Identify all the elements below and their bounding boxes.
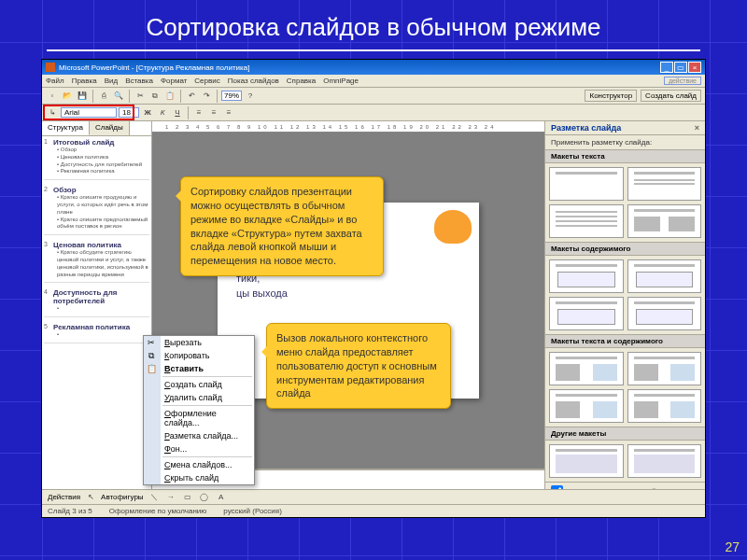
layout-thumbnail[interactable] bbox=[549, 352, 624, 385]
arrow-shape-icon[interactable]: → bbox=[164, 491, 177, 504]
taskpane-title: Разметка слайда bbox=[551, 123, 621, 133]
menu-file[interactable]: Файл bbox=[46, 77, 64, 85]
menu-format[interactable]: Формат bbox=[161, 77, 187, 85]
layout-thumbnail[interactable] bbox=[627, 259, 702, 293]
horizontal-ruler: 1 2 3 4 5 6 7 8 9 10 11 12 13 14 15 16 1… bbox=[152, 121, 544, 133]
window-title: Microsoft PowerPoint - [Структура Реклам… bbox=[59, 63, 249, 72]
context-menu-item[interactable]: ⧉Копировать bbox=[144, 349, 254, 362]
section-other-layouts: Другие макеты bbox=[545, 427, 705, 441]
drawing-toolbar: Действия ↖ Автофигуры ＼ → ▭ ◯ A bbox=[42, 489, 705, 504]
outline-item[interactable]: 5Рекламная политика• bbox=[44, 323, 149, 343]
menu-bar: Файл Правка Вид Вставка Формат Сервис По… bbox=[42, 75, 705, 88]
powerpoint-screenshot: Microsoft PowerPoint - [Структура Реклам… bbox=[41, 59, 706, 518]
status-bar: Слайд 3 из 5 Оформление по умолчанию рус… bbox=[42, 504, 705, 517]
formatting-toolbar: ↳ Arial 18 Ж К Ч ≡ ≡ ≡ bbox=[42, 105, 705, 121]
new-icon[interactable]: ▫ bbox=[46, 90, 59, 103]
pointer-icon[interactable]: ↖ bbox=[84, 491, 97, 504]
save-icon[interactable]: 💾 bbox=[76, 90, 89, 103]
outline-item[interactable]: 1Итоговый слайд• Обзор• Ценовая политика… bbox=[44, 138, 149, 180]
tab-structure[interactable]: Структура bbox=[42, 121, 90, 135]
callout-context-menu: Вызов локального контекстного меню слайд… bbox=[266, 323, 451, 409]
undo-icon[interactable]: ↶ bbox=[185, 90, 198, 103]
layout-thumbnail[interactable] bbox=[549, 389, 624, 423]
slide-title: Сортировка слайдов в обычном режиме bbox=[0, 0, 747, 48]
layout-thumbnail[interactable] bbox=[627, 167, 702, 201]
menu-insert[interactable]: Вставка bbox=[125, 77, 153, 85]
task-pane: Разметка слайда× Применить разметку слай… bbox=[544, 121, 705, 489]
outline-item[interactable]: 3Ценовая политика• Кратко обсудите страт… bbox=[44, 241, 149, 283]
rect-icon[interactable]: ▭ bbox=[181, 491, 194, 504]
layout-thumbnail[interactable] bbox=[627, 389, 702, 423]
oval-icon[interactable]: ◯ bbox=[198, 491, 211, 504]
minimize-button[interactable]: _ bbox=[660, 62, 673, 73]
menu-tools[interactable]: Сервис bbox=[194, 77, 219, 85]
copy-icon[interactable]: ⧉ bbox=[148, 90, 162, 103]
layout-thumbnail[interactable] bbox=[627, 444, 702, 478]
outline-pane: Структура Слайды 1Итоговый слайд• Обзор•… bbox=[42, 121, 152, 489]
context-menu-item[interactable]: 📋Вставить bbox=[144, 362, 254, 375]
underline-icon[interactable]: Ч bbox=[171, 106, 184, 119]
powerpoint-icon bbox=[46, 63, 55, 72]
preview-icon[interactable]: 🔍 bbox=[112, 90, 125, 103]
align-right-icon[interactable]: ≡ bbox=[222, 106, 235, 119]
taskpane-close-icon[interactable]: × bbox=[695, 123, 699, 133]
open-icon[interactable]: 📂 bbox=[61, 90, 74, 103]
window-titlebar[interactable]: Microsoft PowerPoint - [Структура Реклам… bbox=[42, 60, 705, 75]
context-menu-item[interactable]: Фон... bbox=[144, 442, 254, 455]
outline-item[interactable]: 2Обзор• Кратко опишите продукцию и услуг… bbox=[44, 186, 149, 235]
layout-thumbnail[interactable] bbox=[549, 444, 624, 478]
context-menu-item[interactable]: Оформление слайда... bbox=[144, 407, 254, 429]
context-menu-item[interactable]: Смена слайдов... bbox=[144, 458, 254, 471]
tab-slides[interactable]: Слайды bbox=[90, 121, 130, 135]
layout-thumbnail[interactable] bbox=[549, 297, 624, 330]
cut-icon[interactable]: ✂ bbox=[134, 90, 147, 103]
layout-thumbnail[interactable] bbox=[549, 259, 624, 293]
menu-help[interactable]: Справка bbox=[287, 77, 316, 85]
new-slide-button[interactable]: Создать слайд bbox=[641, 90, 701, 102]
layout-thumbnail[interactable] bbox=[627, 297, 702, 330]
layout-thumbnail[interactable] bbox=[549, 204, 624, 238]
context-menu-item[interactable]: Скрыть слайд bbox=[144, 471, 254, 484]
print-icon[interactable]: ⎙ bbox=[97, 90, 110, 103]
italic-icon[interactable]: К bbox=[156, 106, 169, 119]
section-content-layouts: Макеты содержимого bbox=[545, 242, 705, 256]
textbox-icon[interactable]: A bbox=[215, 491, 228, 504]
layout-thumbnail[interactable] bbox=[549, 167, 624, 201]
help-search-box[interactable]: действие bbox=[664, 77, 701, 85]
section-text-content-layouts: Макеты текста и содержимого bbox=[545, 334, 705, 348]
context-menu-item[interactable]: ✂Вырезать bbox=[144, 336, 254, 349]
highlight-tabs-box bbox=[43, 105, 134, 120]
section-text-layouts: Макеты текста bbox=[545, 149, 705, 163]
taskpane-apply-label: Применить разметку слайда: bbox=[545, 135, 705, 149]
layout-thumbnail[interactable] bbox=[627, 204, 702, 238]
context-menu-item[interactable]: Создать слайд bbox=[144, 378, 254, 391]
slide-context-menu: ✂Вырезать⧉Копировать📋ВставитьСоздать сла… bbox=[143, 335, 255, 485]
cat-clipart-icon bbox=[434, 210, 472, 244]
page-number: 27 bbox=[725, 539, 740, 554]
redo-icon[interactable]: ↷ bbox=[200, 90, 213, 103]
context-menu-item[interactable]: Удалить слайд bbox=[144, 391, 254, 404]
outline-item[interactable]: 4Доступность для потребителей• bbox=[44, 288, 149, 317]
align-left-icon[interactable]: ≡ bbox=[192, 106, 205, 119]
zoom-selector[interactable]: 79% bbox=[221, 91, 242, 101]
autoshapes-menu[interactable]: Автофигуры bbox=[101, 493, 144, 501]
menu-slideshow[interactable]: Показ слайдов bbox=[228, 77, 279, 85]
maximize-button[interactable]: ▭ bbox=[674, 62, 687, 73]
close-button[interactable]: × bbox=[688, 62, 701, 73]
paste-icon[interactable]: 📋 bbox=[163, 90, 176, 103]
draw-actions-menu[interactable]: Действия bbox=[48, 493, 80, 501]
bold-icon[interactable]: Ж bbox=[141, 106, 154, 119]
context-menu-item[interactable]: Разметка слайда... bbox=[144, 429, 254, 442]
standard-toolbar: ▫ 📂 💾 ⎙ 🔍 ✂ ⧉ 📋 ↶ ↷ 79% ? Конструктор Со… bbox=[42, 88, 705, 105]
menu-view[interactable]: Вид bbox=[105, 77, 118, 85]
status-design: Оформление по умолчанию bbox=[109, 507, 207, 515]
layout-thumbnail[interactable] bbox=[627, 352, 702, 385]
menu-omnipage[interactable]: OmniPage bbox=[323, 77, 359, 85]
designer-button[interactable]: Конструктор bbox=[585, 90, 637, 102]
line-icon[interactable]: ＼ bbox=[148, 491, 161, 504]
menu-edit[interactable]: Правка bbox=[72, 77, 97, 85]
align-center-icon[interactable]: ≡ bbox=[207, 106, 220, 119]
callout-sorting: Сортировку слайдов презентации можно осу… bbox=[180, 176, 384, 276]
help-icon[interactable]: ? bbox=[244, 90, 257, 103]
title-underline bbox=[47, 49, 700, 51]
